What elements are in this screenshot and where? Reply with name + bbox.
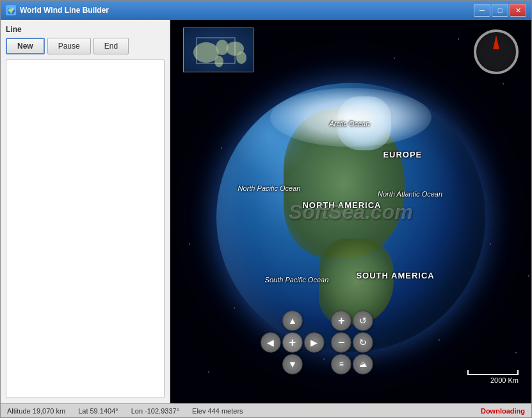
extra-controls: + ↺ − ↻ ≡ ⛰ [331,310,373,374]
compass-ring [474,29,519,74]
ocean-highlight [230,96,310,177]
scale-label: 2000 Km [490,376,519,384]
pan-right-button[interactable]: ▶ [304,332,325,353]
title-bar: 🌍 World Wind Line Builder ─ □ ✕ [1,1,531,20]
svg-point-3 [236,51,246,64]
altitude-label: Altitude [7,407,31,415]
elev-value: 444 meters [208,407,243,415]
altitude-value: 19,070 km [33,407,65,415]
lon-value: -102.9337° [145,407,179,415]
scale-line [467,370,519,375]
downloading-status: Downloading [481,407,525,415]
line-buttons: New Pause End [6,38,165,54]
controls-area: ▲ ◀ + ▶ ▼ + ↺ − ↻ ≡ ⛰ [261,310,373,374]
end-button[interactable]: End [93,38,129,54]
maximize-button[interactable]: □ [492,4,508,17]
close-button[interactable]: ✕ [510,4,526,17]
terrain-button[interactable]: ⛰ [353,354,373,374]
line-list [6,60,165,398]
lon-status: Lon -102.9337° [131,407,179,415]
altitude-status: Altitude 19,070 km [7,407,65,415]
zoom-out-button[interactable]: − [331,332,351,353]
layers-button[interactable]: ≡ [331,354,351,374]
pan-center-button[interactable]: + [282,332,303,353]
pan-left-button[interactable]: ◀ [261,332,281,353]
window-title: World Wind Line Builder [20,6,474,15]
pan-down-button[interactable]: ▼ [282,354,303,374]
line-section-label: Line [6,25,165,34]
compass [474,29,519,74]
reset-button[interactable]: ↺ [353,310,373,331]
status-bar: Altitude 19,070 km Lat 59.1404° Lon -102… [1,403,531,417]
new-button[interactable]: New [6,38,45,54]
globe-container[interactable]: Arctic Ocean EUROPE North Pacific Ocean … [170,20,531,403]
compass-needle [493,35,499,49]
lat-status: Lat 59.1404° [78,407,118,415]
content-area: Line New Pause End [1,20,531,403]
main-window: 🌍 World Wind Line Builder ─ □ ✕ Line New… [0,0,532,418]
svg-point-4 [214,56,223,67]
pause-button[interactable]: Pause [47,38,91,54]
minimize-button[interactable]: ─ [474,4,490,17]
elev-label: Elev [192,407,206,415]
pan-controls: ▲ ◀ + ▶ ▼ [261,310,325,374]
lat-value: 59.1404° [90,407,118,415]
mini-map-world [184,28,253,72]
scale-bar: 2000 Km [467,370,519,384]
zoom-in-button[interactable]: + [331,310,351,331]
left-panel: Line New Pause End [1,20,170,403]
rotate-right-button[interactable]: ↻ [353,332,373,353]
mini-map [183,28,254,72]
lat-label: Lat [78,407,88,415]
app-icon: 🌍 [6,5,16,15]
pan-up-button[interactable]: ▲ [282,310,303,331]
lon-label: Lon [131,407,143,415]
window-controls: ─ □ ✕ [474,4,526,17]
elev-status: Elev 444 meters [192,407,243,415]
